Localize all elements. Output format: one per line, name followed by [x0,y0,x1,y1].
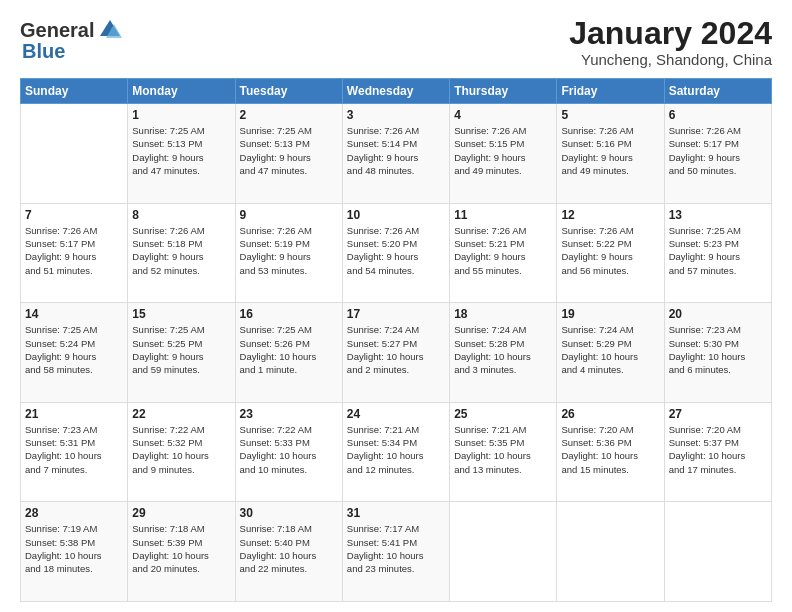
day-cell: 13Sunrise: 7:25 AM Sunset: 5:23 PM Dayli… [664,203,771,303]
day-cell: 3Sunrise: 7:26 AM Sunset: 5:14 PM Daylig… [342,104,449,204]
header-cell-thursday: Thursday [450,79,557,104]
day-info: Sunrise: 7:20 AM Sunset: 5:37 PM Dayligh… [669,423,767,476]
day-number: 2 [240,108,338,122]
day-number: 13 [669,208,767,222]
day-cell: 10Sunrise: 7:26 AM Sunset: 5:20 PM Dayli… [342,203,449,303]
day-cell: 19Sunrise: 7:24 AM Sunset: 5:29 PM Dayli… [557,303,664,403]
day-number: 4 [454,108,552,122]
day-info: Sunrise: 7:22 AM Sunset: 5:33 PM Dayligh… [240,423,338,476]
day-cell: 17Sunrise: 7:24 AM Sunset: 5:27 PM Dayli… [342,303,449,403]
calendar-body: 1Sunrise: 7:25 AM Sunset: 5:13 PM Daylig… [21,104,772,602]
day-number: 18 [454,307,552,321]
day-number: 30 [240,506,338,520]
day-info: Sunrise: 7:22 AM Sunset: 5:32 PM Dayligh… [132,423,230,476]
day-number: 11 [454,208,552,222]
day-info: Sunrise: 7:20 AM Sunset: 5:36 PM Dayligh… [561,423,659,476]
logo-blue: Blue [22,40,65,62]
day-number: 14 [25,307,123,321]
day-info: Sunrise: 7:26 AM Sunset: 5:19 PM Dayligh… [240,224,338,277]
day-cell: 8Sunrise: 7:26 AM Sunset: 5:18 PM Daylig… [128,203,235,303]
logo-general: General [20,19,94,42]
header-cell-friday: Friday [557,79,664,104]
day-info: Sunrise: 7:26 AM Sunset: 5:17 PM Dayligh… [25,224,123,277]
day-number: 16 [240,307,338,321]
day-cell: 31Sunrise: 7:17 AM Sunset: 5:41 PM Dayli… [342,502,449,602]
day-info: Sunrise: 7:19 AM Sunset: 5:38 PM Dayligh… [25,522,123,575]
day-info: Sunrise: 7:21 AM Sunset: 5:34 PM Dayligh… [347,423,445,476]
day-cell: 5Sunrise: 7:26 AM Sunset: 5:16 PM Daylig… [557,104,664,204]
header-row: SundayMondayTuesdayWednesdayThursdayFrid… [21,79,772,104]
day-cell: 4Sunrise: 7:26 AM Sunset: 5:15 PM Daylig… [450,104,557,204]
day-info: Sunrise: 7:26 AM Sunset: 5:14 PM Dayligh… [347,124,445,177]
day-cell: 2Sunrise: 7:25 AM Sunset: 5:13 PM Daylig… [235,104,342,204]
calendar: SundayMondayTuesdayWednesdayThursdayFrid… [20,78,772,602]
day-number: 25 [454,407,552,421]
header-cell-sunday: Sunday [21,79,128,104]
title-block: January 2024 Yuncheng, Shandong, China [569,16,772,68]
day-cell: 27Sunrise: 7:20 AM Sunset: 5:37 PM Dayli… [664,402,771,502]
header-cell-tuesday: Tuesday [235,79,342,104]
day-cell [450,502,557,602]
day-cell: 23Sunrise: 7:22 AM Sunset: 5:33 PM Dayli… [235,402,342,502]
week-row-1: 1Sunrise: 7:25 AM Sunset: 5:13 PM Daylig… [21,104,772,204]
day-info: Sunrise: 7:25 AM Sunset: 5:26 PM Dayligh… [240,323,338,376]
day-cell: 16Sunrise: 7:25 AM Sunset: 5:26 PM Dayli… [235,303,342,403]
calendar-header: SundayMondayTuesdayWednesdayThursdayFrid… [21,79,772,104]
logo: General Blue [20,16,124,63]
day-number: 21 [25,407,123,421]
day-cell: 30Sunrise: 7:18 AM Sunset: 5:40 PM Dayli… [235,502,342,602]
day-cell: 1Sunrise: 7:25 AM Sunset: 5:13 PM Daylig… [128,104,235,204]
day-number: 29 [132,506,230,520]
day-info: Sunrise: 7:25 AM Sunset: 5:24 PM Dayligh… [25,323,123,376]
day-cell: 14Sunrise: 7:25 AM Sunset: 5:24 PM Dayli… [21,303,128,403]
header-cell-monday: Monday [128,79,235,104]
day-cell: 28Sunrise: 7:19 AM Sunset: 5:38 PM Dayli… [21,502,128,602]
day-info: Sunrise: 7:25 AM Sunset: 5:23 PM Dayligh… [669,224,767,277]
day-number: 26 [561,407,659,421]
day-cell: 26Sunrise: 7:20 AM Sunset: 5:36 PM Dayli… [557,402,664,502]
day-info: Sunrise: 7:18 AM Sunset: 5:40 PM Dayligh… [240,522,338,575]
day-number: 20 [669,307,767,321]
day-cell: 29Sunrise: 7:18 AM Sunset: 5:39 PM Dayli… [128,502,235,602]
day-cell [557,502,664,602]
day-number: 27 [669,407,767,421]
location: Yuncheng, Shandong, China [569,51,772,68]
week-row-4: 21Sunrise: 7:23 AM Sunset: 5:31 PM Dayli… [21,402,772,502]
day-info: Sunrise: 7:26 AM Sunset: 5:15 PM Dayligh… [454,124,552,177]
day-cell: 15Sunrise: 7:25 AM Sunset: 5:25 PM Dayli… [128,303,235,403]
day-number: 17 [347,307,445,321]
day-cell: 9Sunrise: 7:26 AM Sunset: 5:19 PM Daylig… [235,203,342,303]
day-number: 15 [132,307,230,321]
day-info: Sunrise: 7:17 AM Sunset: 5:41 PM Dayligh… [347,522,445,575]
page: General Blue January 2024 Yuncheng, Shan… [0,0,792,612]
day-number: 31 [347,506,445,520]
day-cell [664,502,771,602]
header: General Blue January 2024 Yuncheng, Shan… [20,16,772,68]
day-cell: 11Sunrise: 7:26 AM Sunset: 5:21 PM Dayli… [450,203,557,303]
header-cell-saturday: Saturday [664,79,771,104]
day-number: 23 [240,407,338,421]
month-title: January 2024 [569,16,772,51]
day-info: Sunrise: 7:24 AM Sunset: 5:28 PM Dayligh… [454,323,552,376]
day-cell: 12Sunrise: 7:26 AM Sunset: 5:22 PM Dayli… [557,203,664,303]
day-number: 24 [347,407,445,421]
week-row-3: 14Sunrise: 7:25 AM Sunset: 5:24 PM Dayli… [21,303,772,403]
day-info: Sunrise: 7:18 AM Sunset: 5:39 PM Dayligh… [132,522,230,575]
day-cell: 22Sunrise: 7:22 AM Sunset: 5:32 PM Dayli… [128,402,235,502]
day-cell: 24Sunrise: 7:21 AM Sunset: 5:34 PM Dayli… [342,402,449,502]
day-info: Sunrise: 7:25 AM Sunset: 5:13 PM Dayligh… [132,124,230,177]
day-info: Sunrise: 7:26 AM Sunset: 5:22 PM Dayligh… [561,224,659,277]
week-row-2: 7Sunrise: 7:26 AM Sunset: 5:17 PM Daylig… [21,203,772,303]
day-number: 1 [132,108,230,122]
day-info: Sunrise: 7:26 AM Sunset: 5:17 PM Dayligh… [669,124,767,177]
day-info: Sunrise: 7:23 AM Sunset: 5:31 PM Dayligh… [25,423,123,476]
day-info: Sunrise: 7:23 AM Sunset: 5:30 PM Dayligh… [669,323,767,376]
day-cell: 6Sunrise: 7:26 AM Sunset: 5:17 PM Daylig… [664,104,771,204]
day-cell [21,104,128,204]
day-cell: 7Sunrise: 7:26 AM Sunset: 5:17 PM Daylig… [21,203,128,303]
day-number: 9 [240,208,338,222]
day-info: Sunrise: 7:24 AM Sunset: 5:27 PM Dayligh… [347,323,445,376]
day-info: Sunrise: 7:26 AM Sunset: 5:16 PM Dayligh… [561,124,659,177]
day-number: 6 [669,108,767,122]
day-number: 3 [347,108,445,122]
